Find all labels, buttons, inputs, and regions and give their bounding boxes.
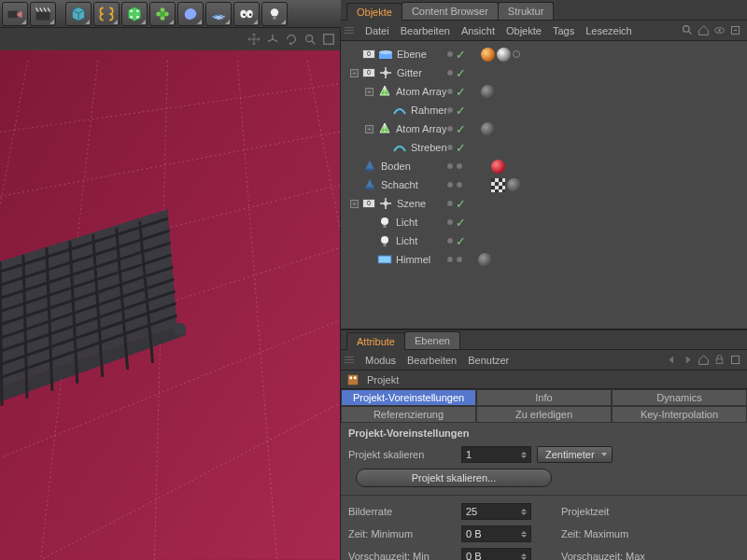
lightbulb-tool[interactable] <box>261 2 288 26</box>
nav-fwd-icon[interactable] <box>682 354 694 366</box>
scale-value[interactable]: 1 <box>461 446 531 463</box>
svg-marker-15 <box>211 14 227 21</box>
tree-row[interactable]: Streben✓ <box>341 138 747 157</box>
tree-row[interactable]: Licht✓ <box>341 213 747 231</box>
tree-toggle[interactable]: - <box>365 88 374 96</box>
tree-row[interactable]: Himmel <box>341 250 747 269</box>
zeit-min-label: Zeit: Minimum <box>348 528 456 539</box>
menu-datei[interactable]: Datei <box>365 25 389 36</box>
collapse-icon[interactable] <box>729 24 741 36</box>
tree-toggle[interactable]: - <box>350 69 359 77</box>
menu-modus[interactable]: Modus <box>365 355 396 366</box>
light-icon <box>377 233 392 248</box>
tree-tags[interactable]: ✓ <box>446 234 466 248</box>
tab-struktur[interactable]: Struktur <box>498 2 555 20</box>
rotate-view-icon[interactable] <box>285 33 298 46</box>
eye-icon[interactable] <box>713 24 726 36</box>
tree-toggle[interactable]: - <box>350 200 359 208</box>
tab-attribute[interactable]: Attribute <box>346 332 405 350</box>
subtab-key-interpolation[interactable]: Key-Interpolation <box>612 406 747 423</box>
home2-icon[interactable] <box>698 354 710 366</box>
tree-tags[interactable]: ✓ <box>446 141 466 155</box>
tree-row[interactable]: Licht✓ <box>341 231 747 250</box>
lock-icon[interactable] <box>713 354 726 366</box>
tree-row[interactable]: -!Atom Array✓ <box>341 82 747 101</box>
bilderrate-input[interactable]: 25 <box>461 503 531 520</box>
tree-toggle <box>350 50 359 59</box>
tab-objekte[interactable]: Objekte <box>346 3 402 21</box>
tree-row[interactable]: -0Gitter✓ <box>341 63 747 82</box>
menu-lesezeichen[interactable]: Lesezeich <box>585 25 632 36</box>
cube-tool[interactable] <box>65 2 92 26</box>
search-icon[interactable] <box>682 24 694 36</box>
viewport-scene[interactable] <box>0 50 340 560</box>
blob-tool[interactable] <box>177 2 204 26</box>
subtab-zu-erledigen[interactable]: Zu erledigen <box>476 406 612 423</box>
zeit-min-input[interactable]: 0 B <box>461 525 531 542</box>
menu-bearbeiten[interactable]: Bearbeiten <box>401 25 450 36</box>
collapse2-icon[interactable] <box>729 354 741 366</box>
clapperboard-tool[interactable] <box>30 2 56 26</box>
menu-ansicht[interactable]: Ansicht <box>461 25 495 36</box>
tree-tags[interactable]: ✓ <box>446 104 466 118</box>
svg-point-60 <box>173 323 186 336</box>
attr-grip-icon[interactable] <box>345 357 354 363</box>
tree-tags[interactable]: ✓ <box>446 122 495 136</box>
menu-bearbeiten2[interactable]: Bearbeiten <box>407 355 457 366</box>
menu-benutzer[interactable]: Benutzer <box>468 355 509 366</box>
maximize-view-icon[interactable] <box>322 33 335 46</box>
menu-objekte[interactable]: Objekte <box>506 25 542 36</box>
subtab-referenzierung[interactable]: Referenzierung <box>341 406 476 423</box>
tree-tags[interactable]: ✓ <box>446 85 495 99</box>
tree-row[interactable]: Boden <box>341 157 747 175</box>
tab-content-browser[interactable]: Content Browser <box>402 2 499 20</box>
home-icon[interactable] <box>698 24 710 36</box>
subtab-voreinstellungen[interactable]: Projekt-Voreinstellungen <box>341 389 476 406</box>
tree-toggle[interactable]: - <box>365 125 374 133</box>
flower-tool[interactable] <box>149 2 176 26</box>
move-view-icon[interactable] <box>247 33 261 46</box>
tree-tags[interactable]: ✓ <box>446 48 520 62</box>
vorschau-min-input[interactable]: 0 B <box>461 548 531 560</box>
nav-back-icon[interactable] <box>666 354 678 366</box>
grid-plane-tool[interactable] <box>205 2 232 26</box>
tree-label: Atom Array <box>396 86 446 97</box>
eyes-tool[interactable] <box>233 2 260 26</box>
tree-tags[interactable]: ✓ <box>446 216 466 230</box>
svg-marker-85 <box>669 356 673 363</box>
menu-tags[interactable]: Tags <box>553 25 574 36</box>
tree-tags[interactable]: ✓ <box>446 197 466 211</box>
zoom-view-icon[interactable] <box>303 33 317 46</box>
subtab-dynamics[interactable]: Dynamics <box>612 389 747 406</box>
tree-row[interactable]: 0Ebene✓ <box>341 45 747 63</box>
tree-toggle <box>380 144 388 152</box>
scale-button[interactable]: Projekt skalieren... <box>356 469 552 487</box>
tree-row[interactable]: -0Szene✓ <box>341 194 747 213</box>
scale-unit-dropdown[interactable]: Zentimeter <box>537 446 613 463</box>
tree-tags[interactable]: ✓ <box>446 66 466 80</box>
spline-icon <box>392 140 407 155</box>
svg-rect-25 <box>324 35 334 45</box>
panel-grip-icon[interactable] <box>345 27 354 34</box>
tree-tags[interactable] <box>446 253 492 267</box>
svg-point-81 <box>381 236 388 244</box>
tree-tags[interactable] <box>446 160 505 174</box>
camera-tool[interactable] <box>2 2 28 26</box>
tab-ebenen[interactable]: Ebenen <box>404 331 460 349</box>
chain-tool[interactable] <box>93 2 120 26</box>
svg-rect-21 <box>273 16 275 19</box>
svg-point-9 <box>136 16 139 19</box>
tree-row[interactable]: Rahmen✓ <box>341 101 747 119</box>
tree-row[interactable]: -!Atom Array✓ <box>341 119 747 138</box>
tree-tags[interactable] <box>446 178 521 192</box>
tree-row[interactable]: Schacht <box>341 175 747 194</box>
axes-view-icon[interactable] <box>266 33 279 46</box>
cube-array-tool[interactable] <box>121 2 148 26</box>
subtab-info[interactable]: Info <box>476 389 612 406</box>
flower-icon <box>153 5 172 23</box>
blob-icon <box>181 5 200 23</box>
null-icon <box>378 65 393 80</box>
atom-icon: ! <box>377 84 392 99</box>
svg-point-20 <box>271 8 278 16</box>
svg-point-18 <box>243 13 246 15</box>
